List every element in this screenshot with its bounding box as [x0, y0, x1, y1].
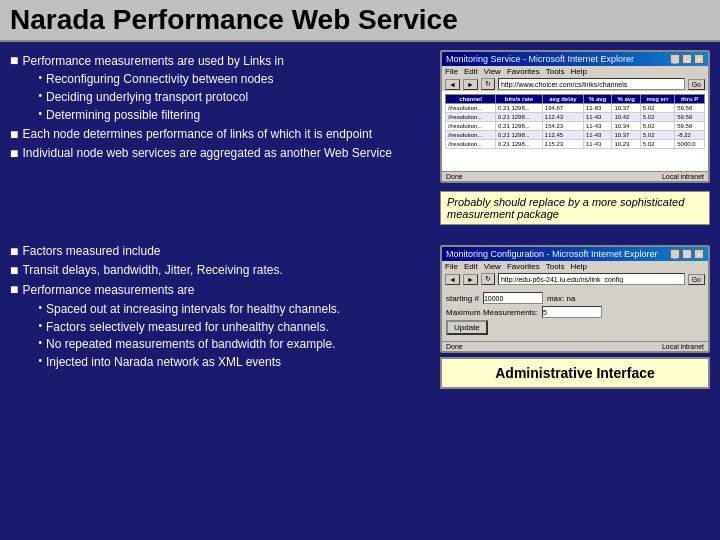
- config-back-button[interactable]: ◄: [445, 274, 460, 285]
- tooltip-box: Probably should replace by a more sophis…: [440, 191, 710, 225]
- cell-delay: 194.67: [542, 104, 583, 113]
- titlebar-buttons: _ □ ×: [670, 54, 704, 64]
- menu-edit[interactable]: Edit: [464, 67, 478, 76]
- menu-favorites[interactable]: Favorites: [507, 67, 540, 76]
- sub-text-3-3: No repeated measurements of bandwidth fo…: [46, 336, 336, 353]
- browser-menubar: File Edit View Favorites Tools Help: [442, 66, 708, 77]
- browser-title: Monitoring Service - Microsoft Internet …: [446, 54, 634, 64]
- sub-dot-3-4: •: [38, 354, 42, 368]
- config-browser-titlebar: Monitoring Configuration - Microsoft Int…: [442, 247, 708, 261]
- maximize-button[interactable]: □: [682, 54, 692, 64]
- config-row-3: Update: [446, 320, 704, 335]
- sub-bullet-1-2: • Deciding underlying transport protocol: [38, 89, 283, 106]
- config-refresh-button[interactable]: ↻: [481, 273, 495, 285]
- col-throughput: thru P: [675, 95, 705, 104]
- cell-p1: 11-83: [583, 104, 611, 113]
- config-zone-text: Local intranet: [662, 343, 704, 350]
- top-text-panel: ■ Performance measurements are used by L…: [10, 50, 432, 225]
- refresh-button[interactable]: ↻: [481, 78, 495, 90]
- cell-channel: //resolution...: [446, 104, 496, 113]
- config-menu-help[interactable]: Help: [570, 262, 586, 271]
- sub-dot-3-2: •: [38, 319, 42, 333]
- config-browser: Monitoring Configuration - Microsoft Int…: [440, 245, 710, 353]
- config-menu-file[interactable]: File: [445, 262, 458, 271]
- config-menu-favorites[interactable]: Favorites: [507, 262, 540, 271]
- cell-err: 5.02: [640, 104, 674, 113]
- cell-delay: 112.43: [542, 113, 583, 122]
- go-button[interactable]: Go: [688, 79, 705, 90]
- sub-dot-1-2: •: [38, 89, 42, 103]
- col-err: msg err: [640, 95, 674, 104]
- minimize-button[interactable]: _: [670, 54, 680, 64]
- sub-bullet-3-1: • Spaced out at increasing intervals for…: [38, 301, 340, 318]
- config-minimize-button[interactable]: _: [670, 249, 680, 259]
- config-menu-edit[interactable]: Edit: [464, 262, 478, 271]
- config-browser-menubar: File Edit View Favorites Tools Help: [442, 261, 708, 272]
- sub-text-3-1: Spaced out at increasing intervals for h…: [46, 301, 340, 318]
- config-maximize-button[interactable]: □: [682, 249, 692, 259]
- bottom-bullet-dot-1: ■: [10, 243, 18, 260]
- menu-help[interactable]: Help: [570, 67, 586, 76]
- config-forward-button[interactable]: ►: [463, 274, 478, 285]
- cell-thru: -8.22: [675, 131, 705, 140]
- config-address-bar[interactable]: [498, 273, 685, 285]
- config-close-button[interactable]: ×: [694, 249, 704, 259]
- table-row: //resolution... 0.21 1298... 112.45 11-4…: [446, 131, 705, 140]
- back-button[interactable]: ◄: [445, 79, 460, 90]
- bottom-bullet-dot-2: ■: [10, 262, 18, 279]
- config-go-button[interactable]: Go: [688, 274, 705, 285]
- sub-bullet-3-4: • Injected into Narada network as XML ev…: [38, 354, 340, 371]
- sub-text-1-2: Deciding underlying transport protocol: [46, 89, 248, 106]
- browser-content: channel bits/s rate avg delay % avg % av…: [442, 91, 708, 171]
- sub-text-1-1: Reconfiguring Connectivity between nodes: [46, 71, 273, 88]
- update-button[interactable]: Update: [446, 320, 488, 335]
- sub-dot-1-3: •: [38, 107, 42, 121]
- menu-view[interactable]: View: [484, 67, 501, 76]
- config-statusbar: Done Local intranet: [442, 341, 708, 351]
- config-browser-title: Monitoring Configuration - Microsoft Int…: [446, 249, 658, 259]
- sub-bullet-1-3: • Determining possible filtering: [38, 107, 283, 124]
- sub-text-3-2: Factors selectively measured for unhealt…: [46, 319, 329, 336]
- config-input-starting[interactable]: [483, 292, 543, 304]
- status-text: Done: [446, 173, 463, 180]
- cell-thru: 59.56: [675, 122, 705, 131]
- zone-text: Local intranet: [662, 173, 704, 180]
- config-row-1: starting # max: na: [446, 292, 704, 304]
- bullet-3: ■ Individual node web services are aggre…: [10, 145, 432, 162]
- config-menu-tools[interactable]: Tools: [546, 262, 565, 271]
- table-row: //resolution... 0.21 1298... 112.43 11-4…: [446, 113, 705, 122]
- close-button[interactable]: ×: [694, 54, 704, 64]
- cell-p1: 11-43: [583, 131, 611, 140]
- browser-statusbar: Done Local intranet: [442, 171, 708, 181]
- cell-p2: 10.34: [612, 122, 640, 131]
- col-pct1: % avg: [583, 95, 611, 104]
- admin-interface-label: Administrative Interface: [440, 357, 710, 389]
- sub-text-1-3: Determining possible filtering: [46, 107, 200, 124]
- config-menu-view[interactable]: View: [484, 262, 501, 271]
- bottom-right-panel: Monitoring Configuration - Microsoft Int…: [440, 241, 710, 389]
- cell-channel: //resolution...: [446, 140, 496, 149]
- cell-p2: 10.42: [612, 113, 640, 122]
- menu-file[interactable]: File: [445, 67, 458, 76]
- cell-channel: //resolution...: [446, 113, 496, 122]
- sub-bullet-3-2: • Factors selectively measured for unhea…: [38, 319, 340, 336]
- browser-addressbar: ◄ ► ↻ Go: [442, 77, 708, 91]
- bottom-bullet-2: ■ Transit delays, bandwidth, Jitter, Rec…: [10, 262, 432, 279]
- bottom-bullet-2-text: Transit delays, bandwidth, Jitter, Recei…: [22, 262, 282, 279]
- cell-delay: 115.23: [542, 140, 583, 149]
- cell-rate: 0.21 1298...: [496, 122, 543, 131]
- cell-thru: 59.56: [675, 113, 705, 122]
- monitoring-browser: Monitoring Service - Microsoft Internet …: [440, 50, 710, 183]
- cell-delay: 154.23: [542, 122, 583, 131]
- config-input-max[interactable]: [542, 306, 602, 318]
- menu-tools[interactable]: Tools: [546, 67, 565, 76]
- cell-p1: 11-43: [583, 113, 611, 122]
- sub-dot-3-3: •: [38, 336, 42, 350]
- cell-rate: 0.21 1298...: [496, 113, 543, 122]
- col-pct2: % avg: [612, 95, 640, 104]
- address-bar[interactable]: [498, 78, 685, 90]
- cell-rate: 0.21 1298...: [496, 140, 543, 149]
- bullet-dot-2: ■: [10, 126, 18, 143]
- tooltip-text: Probably should replace by a more sophis…: [447, 196, 684, 220]
- forward-button[interactable]: ►: [463, 79, 478, 90]
